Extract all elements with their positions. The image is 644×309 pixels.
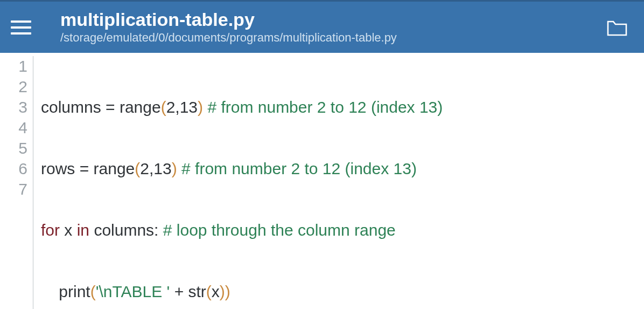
line-number: 7: [0, 179, 27, 200]
identifier: x: [60, 221, 77, 239]
number: 2: [140, 160, 149, 177]
app-header: multiplication-table.py /storage/emulate…: [0, 0, 644, 53]
paren: ): [198, 98, 203, 116]
comment: # loop through the column range: [163, 221, 396, 239]
file-path: /storage/emulated/0/documents/programs/m…: [60, 31, 605, 45]
line-number: 4: [0, 118, 27, 138]
identifier: columns: [41, 98, 106, 116]
builtin: str: [188, 283, 206, 300]
builtin: print: [59, 283, 90, 300]
paren: (: [135, 160, 140, 177]
line-number: 6: [0, 159, 27, 179]
line-number-gutter: 1 2 3 4 5 6 7: [0, 56, 33, 309]
folder-icon[interactable]: [605, 16, 629, 39]
menu-icon[interactable]: [11, 16, 34, 39]
code-area[interactable]: columns = range(2,13) # from number 2 to…: [33, 56, 443, 309]
code-line-4[interactable]: print('\nTABLE ' + str(x)): [41, 281, 443, 302]
comment: # from number 2 to 12 (index 13): [181, 160, 417, 177]
identifier: columns: [89, 221, 154, 239]
code-line-2[interactable]: rows = range(2,13) # from number 2 to 12…: [41, 159, 443, 179]
paren: ): [225, 283, 230, 300]
file-title: multiplication-table.py: [60, 10, 605, 30]
keyword: in: [77, 221, 89, 239]
code-line-1[interactable]: columns = range(2,13) # from number 2 to…: [41, 97, 443, 118]
space: [177, 160, 181, 177]
line-number: 3: [0, 97, 27, 118]
paren: ): [172, 160, 177, 177]
line-number: 5: [0, 138, 27, 159]
code-editor[interactable]: 1 2 3 4 5 6 7 columns = range(2,13) # fr…: [0, 53, 644, 309]
paren: (: [206, 283, 212, 300]
comment: # from number 2 to 12 (index 13): [207, 98, 443, 116]
builtin: range: [89, 160, 135, 177]
operator: =: [106, 98, 115, 116]
line-number: 2: [0, 77, 27, 97]
identifier: rows: [41, 160, 80, 177]
line-number: 1: [0, 56, 27, 77]
number: 2: [166, 98, 176, 116]
number: 13: [153, 160, 171, 177]
operator: =: [80, 160, 89, 177]
operator: +: [170, 283, 188, 300]
paren: (: [161, 98, 166, 116]
paren: (: [90, 283, 96, 300]
code-line-3[interactable]: for x in columns: # loop through the col…: [41, 220, 443, 241]
title-block: multiplication-table.py /storage/emulate…: [60, 10, 605, 45]
number: 13: [180, 98, 198, 116]
indent: [41, 283, 59, 300]
comma: ,: [175, 98, 179, 116]
paren: ): [220, 283, 225, 300]
identifier: x: [212, 283, 220, 300]
string: '\nTABLE ': [96, 283, 170, 300]
keyword: for: [41, 221, 60, 239]
builtin: range: [115, 98, 161, 116]
space: [158, 221, 163, 239]
